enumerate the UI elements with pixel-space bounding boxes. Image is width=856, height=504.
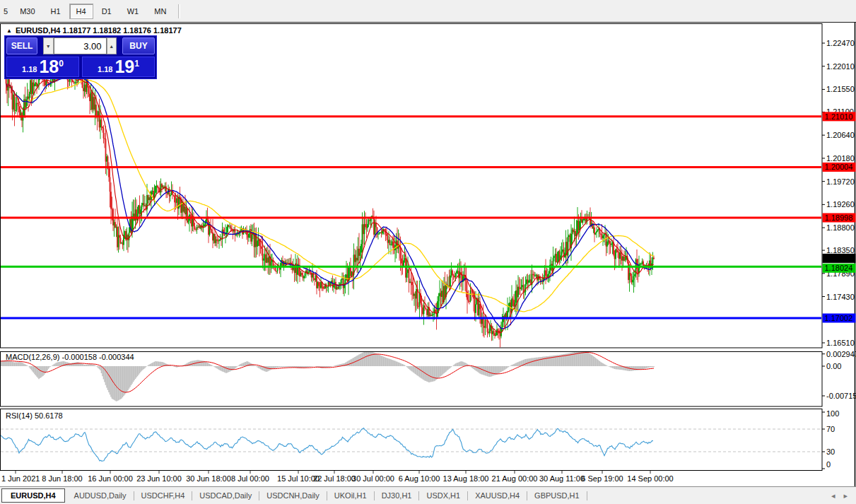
timeframe-h1-button[interactable]: H1	[44, 4, 68, 19]
price-tick-label: 1.21550	[826, 85, 855, 93]
time-tick-label: 21 Aug 00:00	[492, 474, 538, 483]
timeframe-d1-button[interactable]: D1	[95, 4, 119, 19]
price-level-badge: 1.18998	[823, 213, 856, 222]
time-tick-label: 6 Sep 19:00	[581, 474, 623, 483]
time-axis: 1 Jun 20218 Jun 18:0016 Jun 00:0023 Jun …	[1, 471, 674, 483]
buy-price-box[interactable]: 1.18 19 1	[82, 57, 155, 77]
collapse-triangle-icon: ▲	[6, 28, 12, 34]
price-chart-svg: 1.224701.220101.215501.211001.206401.201…	[0, 23, 856, 486]
price-level-badge: 1.18177	[823, 254, 856, 263]
tab-eurusd-h4[interactable]: EURUSD,H4	[1, 488, 65, 503]
svg-text:1.21010: 1.21010	[825, 112, 853, 121]
toolbar-separator	[178, 4, 180, 18]
sell-price-pipette: 0	[59, 59, 64, 69]
price-level-badge: 1.20004	[823, 163, 856, 172]
time-tick-label: 8 Jun 18:00	[42, 474, 83, 483]
time-tick-label: 1 Jun 2021	[1, 474, 40, 483]
buy-button[interactable]: BUY	[122, 37, 155, 54]
tab-usdcad-daily[interactable]: USDCAD,Daily	[192, 489, 259, 502]
macd-label: MACD(12,26,9) -0.000158 -0.000344	[6, 353, 134, 361]
price-tick-label: 1.16510	[826, 339, 855, 347]
price-tick-label: 1.17430	[826, 293, 855, 301]
price-tick-label: 1.19260	[826, 200, 855, 209]
macd-tick-label: 0.002947	[826, 350, 856, 358]
timeframe-toolbar: 5 M30 H1 H4 D1 W1 MN	[0, 0, 856, 22]
timeframe-m30-button[interactable]: M30	[13, 4, 42, 19]
chart-title-text: EURUSD,H4 1.18177 1.18182 1.18176 1.1817…	[16, 26, 182, 35]
rsi-label: RSI(14) 50.6178	[6, 411, 63, 420]
price-tick-label: 1.20640	[826, 131, 855, 139]
macd-tick-label: 0.00	[826, 362, 841, 370]
rsi-tick-label: 70	[826, 425, 835, 433]
time-tick-label: 30 Jun 18:00	[186, 474, 231, 483]
tab-usdcnh-daily[interactable]: USDCNH,Daily	[259, 489, 327, 502]
chart-window: 1.224701.220101.215501.211001.206401.201…	[0, 23, 856, 486]
svg-text:1.18024: 1.18024	[825, 264, 853, 272]
time-tick-label: 22 Jul 18:00	[313, 474, 356, 483]
tab-dj30-h1[interactable]: DJ30,H1	[375, 489, 419, 502]
time-tick-label: 13 Aug 18:00	[443, 474, 489, 483]
svg-text:1.18998: 1.18998	[825, 213, 853, 222]
time-tick-label: 16 Jun 00:00	[88, 474, 133, 483]
time-tick-label: 30 Jul 00:00	[352, 474, 394, 483]
sell-price-box[interactable]: 1.18 18 0	[6, 57, 79, 77]
tab-usdchf-h4[interactable]: USDCHF,H4	[134, 489, 192, 502]
price-tick-label: 1.19720	[826, 177, 855, 186]
buy-price-prefix: 1.18	[98, 65, 112, 74]
timeframe-mn-button[interactable]: MN	[147, 4, 173, 19]
window-frame-line	[0, 22, 856, 23]
sell-button[interactable]: SELL	[6, 37, 37, 54]
tabs-scroll-left-icon[interactable]: ◂	[831, 491, 836, 500]
price-tick-label: 1.20180	[826, 154, 855, 163]
chart-tabs-bar: EURUSD,H4 AUDUSD,Daily USDCHF,H4 USDCAD,…	[0, 486, 856, 504]
tab-gbpusd-h1[interactable]: GBPUSD,H1	[527, 489, 587, 502]
price-level-badge: 1.17002	[823, 313, 856, 322]
volume-increase-button[interactable]: ▲	[107, 37, 117, 54]
price-tick-label: 1.18350	[826, 246, 855, 254]
tabs-scroll-right-icon[interactable]: ▸	[843, 491, 848, 500]
time-tick-label: 30 Aug 11:00	[539, 474, 585, 483]
time-tick-label: 6 Aug 10:00	[399, 474, 440, 483]
trade-panel-top-row: SELL ▼ 3.00 ▲ BUY	[6, 37, 155, 54]
buy-price-pipette: 1	[134, 59, 139, 69]
sell-price-prefix: 1.18	[22, 65, 37, 74]
svg-text:1.17002: 1.17002	[825, 314, 853, 322]
tab-ukoil-h1[interactable]: UKOil,H1	[327, 489, 374, 502]
chart-ohlc-title: ▲EURUSD,H4 1.18177 1.18182 1.18176 1.181…	[6, 26, 182, 35]
macd-tick-label: -0.007151	[826, 392, 856, 400]
buy-price-big-digits: 19	[115, 57, 134, 76]
tab-xauusd-h4[interactable]: XAUUSD,H4	[468, 489, 527, 502]
tab-usdx-h1[interactable]: USDX,H1	[419, 489, 467, 502]
mt4-window: 5 M30 H1 H4 D1 W1 MN 1.224701.220101.215…	[0, 0, 856, 504]
price-level-badge: 1.21010	[823, 112, 856, 121]
tab-separator	[587, 491, 587, 500]
rsi-tick-label: 0	[826, 460, 831, 469]
trade-panel-price-row: 1.18 18 0 1.18 19 1	[6, 57, 155, 77]
price-tick-label: 1.22010	[826, 62, 855, 71]
rsi-tick-label: 30	[826, 447, 835, 456]
rsi-tick-label: 100	[826, 409, 839, 418]
timeframe-h4-button[interactable]: H4	[69, 4, 93, 19]
tab-scroll-arrows: ◂ ▸	[831, 491, 848, 500]
sell-price-big-digits: 18	[39, 57, 59, 76]
time-tick-label: 23 Jun 10:00	[136, 474, 182, 483]
price-tick-label: 1.18800	[826, 223, 855, 232]
svg-text:1.18177: 1.18177	[825, 254, 853, 262]
price-tick-label: 1.22470	[826, 39, 855, 47]
svg-text:1.20004: 1.20004	[825, 163, 853, 171]
tab-audusd-daily[interactable]: AUDUSD,Daily	[67, 489, 134, 502]
volume-decrease-button[interactable]: ▼	[43, 37, 53, 54]
timeframe-m5-button[interactable]: 5	[0, 4, 11, 19]
volume-input[interactable]: 3.00	[54, 37, 107, 54]
price-level-badge: 1.18024	[823, 264, 856, 273]
time-tick-label: 8 Jul 00:00	[231, 474, 269, 483]
timeframe-w1-button[interactable]: W1	[120, 4, 146, 19]
one-click-trading-panel: SELL ▼ 3.00 ▲ BUY 1.18 18 0 1.18 19 1	[4, 35, 157, 79]
time-tick-label: 14 Sep 00:00	[627, 474, 673, 483]
